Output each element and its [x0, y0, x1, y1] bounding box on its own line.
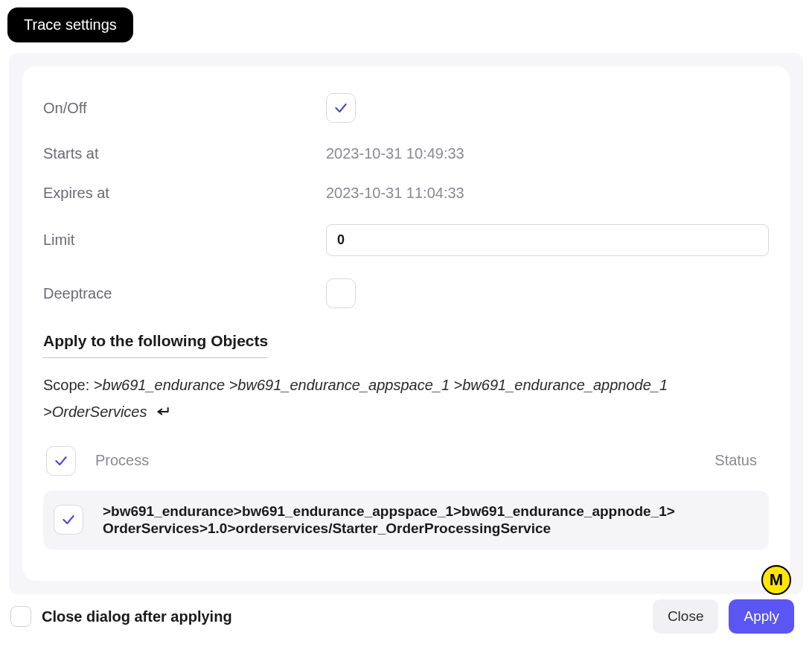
scope-path: >bw691_endurance >bw691_endurance_appspa…: [43, 377, 668, 420]
settings-card: On/Off Starts at 2023-10-31 10:49:33 Exp…: [22, 66, 790, 581]
starts-at-label: Starts at: [43, 145, 326, 162]
row-onoff: On/Off: [43, 93, 769, 123]
scope-line: Scope: >bw691_endurance >bw691_endurance…: [43, 372, 769, 427]
objects-section-title: Apply to the following Objects: [43, 332, 268, 358]
close-button[interactable]: Close: [653, 599, 719, 634]
limit-label: Limit: [43, 232, 326, 249]
row-starts-at: Starts at 2023-10-31 10:49:33: [43, 145, 769, 162]
check-icon: [61, 512, 76, 527]
status-column-header: Status: [715, 452, 757, 469]
close-after-label: Close dialog after applying: [42, 608, 232, 625]
process-column-header: Process: [95, 452, 715, 469]
close-after-checkbox[interactable]: [10, 606, 31, 627]
starts-at-value: 2023-10-31 10:49:33: [326, 145, 769, 162]
select-all-checkbox[interactable]: [46, 446, 76, 476]
dialog-title: Trace settings: [7, 7, 133, 42]
onoff-label: On/Off: [43, 100, 326, 117]
apply-button[interactable]: Apply: [729, 599, 794, 634]
return-icon: [156, 400, 170, 427]
badge-m: M: [761, 565, 791, 595]
dialog-body: On/Off Starts at 2023-10-31 10:49:33 Exp…: [9, 53, 803, 594]
expires-at-value: 2023-10-31 11:04:33: [326, 185, 769, 202]
row-expires-at: Expires at 2023-10-31 11:04:33: [43, 185, 769, 202]
footer-actions: Close Apply: [653, 599, 794, 634]
onoff-checkbox[interactable]: [326, 93, 356, 123]
object-row: >bw691_endurance>bw691_endurance_appspac…: [43, 491, 769, 550]
limit-input[interactable]: [326, 224, 769, 256]
deeptrace-label: Deeptrace: [43, 285, 326, 302]
row-limit: Limit: [43, 224, 769, 256]
check-icon: [54, 453, 68, 468]
deeptrace-checkbox[interactable]: [326, 278, 356, 308]
dialog-footer: Close dialog after applying Close Apply: [0, 599, 812, 634]
scope-label: Scope:: [43, 377, 94, 393]
row-path: >bw691_endurance>bw691_endurance_appspac…: [103, 503, 683, 538]
check-icon: [333, 101, 348, 115]
footer-left: Close dialog after applying: [10, 606, 232, 627]
row-deeptrace: Deeptrace: [43, 278, 769, 308]
expires-at-label: Expires at: [43, 185, 326, 202]
objects-list-header: Process Status: [43, 446, 769, 476]
row-checkbox[interactable]: [54, 505, 83, 535]
